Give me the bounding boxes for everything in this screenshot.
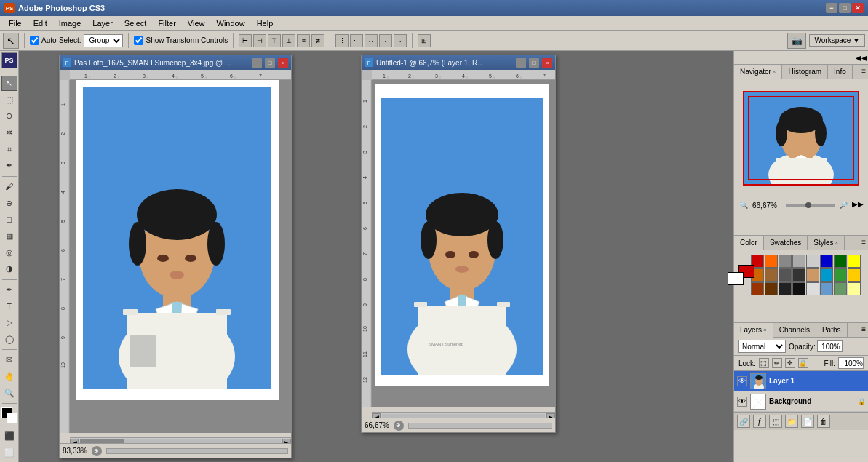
menu-image[interactable]: Image [53,17,87,29]
menu-window[interactable]: Window [211,17,251,29]
menu-filter[interactable]: Filter [152,17,181,29]
swatch-charcoal[interactable] [792,268,805,282]
menu-file[interactable]: File [3,17,28,29]
layer-delete-icon[interactable]: 🗑 [817,415,830,428]
swatch-dark-brown[interactable] [765,282,778,295]
tool-eyedropper[interactable]: ✒ [1,158,17,174]
align-right-icon[interactable]: ⊤ [268,34,281,47]
layers-panel-menu[interactable]: ≡ [859,323,868,337]
menu-edit[interactable]: Edit [28,17,53,29]
layer-link-icon[interactable]: 🔗 [737,415,750,428]
doc1-minimize[interactable]: − [252,58,262,68]
swatch-yellow[interactable] [848,255,861,268]
swatch-orange[interactable] [765,255,778,268]
background-visibility-icon[interactable]: 👁 [737,397,747,407]
tool-dodge[interactable]: ◑ [1,261,17,277]
tool-brush[interactable]: 🖌 [1,179,17,195]
swatch-dark-gray[interactable] [779,268,792,282]
fg-bg-color-display[interactable] [738,265,744,285]
layer-new-icon[interactable]: 📄 [801,415,814,428]
swatch-almost-black[interactable] [792,282,805,295]
align-left-icon[interactable]: ⊢ [239,34,252,47]
zoom-slider-thumb[interactable] [805,202,811,208]
swatch-light-yellow[interactable] [848,282,861,295]
panel-collapse-icon[interactable]: ◀◀ [856,52,867,63]
align-center-v-icon[interactable]: ⊣ [253,34,266,47]
tool-shape[interactable]: ◯ [1,331,17,347]
zoom-out-icon[interactable]: 🔍 [740,202,748,209]
styles-tab-close[interactable]: × [835,239,839,246]
swatch-dark-red[interactable] [751,282,764,295]
nav-right-controls[interactable]: ▶▶ [852,200,862,210]
doc2-minimize[interactable]: − [516,58,526,68]
layer-item-background[interactable]: 👁 Background 🔒 [734,391,868,412]
lock-image-icon[interactable]: ✏ [772,358,782,368]
tool-blur[interactable]: ◎ [1,244,17,260]
extra-tool-icon[interactable]: ⊞ [418,34,431,47]
tab-navigator[interactable]: Navigator × [734,65,782,79]
menu-select[interactable]: Select [119,17,153,29]
close-button[interactable]: ✕ [852,3,864,13]
layer-mask-icon[interactable]: ⬚ [769,415,782,428]
bg-color-swatch[interactable] [728,272,744,285]
tool-path[interactable]: ▷ [1,315,17,331]
tool-notes[interactable]: ✉ [1,352,17,368]
tab-layers[interactable]: Layers × [734,323,773,338]
swatch-gray1[interactable] [779,255,792,268]
tool-magic-wand[interactable]: ✲ [1,125,17,141]
distribute-left-icon[interactable]: ⋮ [335,34,349,47]
tool-clone[interactable]: ⊕ [1,195,17,211]
blend-mode-select[interactable]: Normal Multiply Screen Overlay [738,340,786,353]
background-color[interactable] [7,413,17,423]
menu-help[interactable]: Help [251,17,279,29]
tool-hand[interactable]: 🤚 [1,369,17,385]
layer-style-icon[interactable]: ƒ [753,415,766,428]
tab-styles[interactable]: Styles × [808,236,845,250]
tab-info[interactable]: Info [828,65,853,79]
layer1-visibility-icon[interactable]: 👁 [737,376,747,386]
tool-move[interactable]: ↖ [1,76,17,92]
doc2-maximize[interactable]: □ [529,58,539,68]
tab-channels[interactable]: Channels [773,323,816,337]
menu-layer[interactable]: Layer [87,17,119,29]
distribute-bottom-icon[interactable]: ∶ [394,34,407,47]
tab-paths[interactable]: Paths [816,323,848,337]
distribute-top-icon[interactable]: ∵ [379,34,392,47]
camera-icon[interactable]: 📷 [787,33,806,49]
tool-quick-mask[interactable]: ⬛ [1,429,17,445]
maximize-button[interactable]: □ [839,3,851,13]
tool-pen[interactable]: ✒ [1,282,17,298]
tool-gradient[interactable]: ▦ [1,228,17,244]
swatch-olive[interactable] [834,282,847,295]
tool-lasso[interactable]: ⊙ [1,108,17,124]
color-panel-menu[interactable]: ≡ [859,236,868,250]
tab-swatches[interactable]: Swatches [764,236,808,250]
align-center-h-icon[interactable]: ≡ [297,34,310,47]
tool-eraser[interactable]: ◻ [1,212,17,228]
lock-move-icon[interactable]: ✛ [785,358,795,368]
tool-marquee[interactable]: ⬚ [1,92,17,108]
swatch-gold[interactable] [848,268,861,282]
foreground-background-colors[interactable] [1,407,17,423]
tab-histogram[interactable]: Histogram [782,65,828,79]
swatch-gray3[interactable] [806,255,819,268]
doc1-nav-track[interactable] [106,448,288,454]
swatch-blue[interactable] [820,255,833,268]
swatch-light-blue[interactable] [820,282,833,295]
layers-tab-close[interactable]: × [763,327,767,333]
minimize-button[interactable]: − [826,3,837,13]
navigator-tab-close[interactable]: × [773,68,776,75]
doc1-maximize[interactable]: □ [265,58,275,68]
lock-transparent-icon[interactable]: ⬚ [759,358,769,368]
menu-view[interactable]: View [182,17,211,29]
swatch-green[interactable] [834,255,847,268]
tool-crop[interactable]: ⌗ [1,141,17,157]
swatch-mid-green[interactable] [834,268,847,282]
panel-menu-icon[interactable]: ≡ [859,65,868,79]
fill-input[interactable] [838,357,864,369]
lock-all-icon[interactable]: 🔒 [798,358,808,368]
doc2-status-icon[interactable]: ⊕ [394,421,404,431]
swatch-tan[interactable] [806,268,819,282]
align-bottom-icon[interactable]: ≢ [311,34,324,47]
doc2-close[interactable]: × [542,58,552,68]
